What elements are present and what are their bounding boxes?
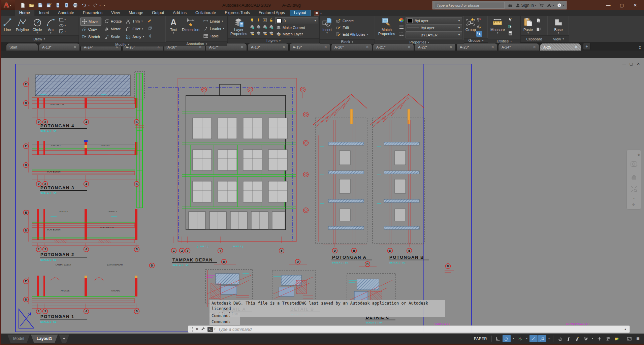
new-drawing-tab-button[interactable]: + [583,43,590,50]
app-menu-button[interactable]: A ▾ [0,0,15,10]
polyline-button[interactable]: Polyline [14,17,30,35]
object-snap-caret[interactable]: ▾ [547,335,551,342]
copy-button[interactable]: Copy [80,26,101,33]
ribbon-tab-annotate[interactable]: Annotate [54,10,78,16]
ribbon-tab-express-tools[interactable]: Express Tools [221,10,254,16]
drawing-close-button[interactable]: ✕ [636,61,641,66]
circle-button[interactable]: Circle▾ [31,17,44,35]
make-current-button[interactable]: Make Current [275,25,306,30]
panel-label-layers[interactable]: Layers▾ [228,38,319,43]
ribbon-tab-insert[interactable]: Insert [35,10,53,16]
linetype-dropdown[interactable]: BYLAYER ▼ [406,31,462,38]
navigation-bar[interactable]: ⊗ ▾ ⊖ [626,150,641,210]
text-button[interactable]: Text▾ [167,17,180,41]
edit-block-button[interactable]: Edit [334,24,369,31]
navbar-caret-icon[interactable]: ▾ [633,197,635,199]
drawing-restore-button[interactable]: ▢ [629,61,634,66]
lineweight-dropdown[interactable]: ByLayer ▼ [406,24,462,31]
file-tab-close-icon[interactable]: ✕ [283,45,285,49]
maximize-button[interactable]: ▢ [616,1,628,9]
ribbon-tab-view[interactable]: View [107,10,124,16]
color-wheel-icon[interactable] [399,18,404,24]
rectangle-button[interactable]: ▾ [59,17,66,23]
file-tab-a-13-[interactable]: A-13*✕ [39,43,80,51]
linetype-list-icon[interactable] [399,32,404,38]
ribbon-tab-featured-apps[interactable]: Featured Apps [255,10,289,16]
save-to-web-mobile-button[interactable] [63,2,70,8]
ribbon-tab-output[interactable]: Output [148,10,168,16]
panel-label-block[interactable]: Block▾ [320,39,375,44]
file-tab-a-23-[interactable]: A-23*✕ [456,43,497,51]
group-selection-toggle[interactable] [476,31,482,37]
tab-overflow-button[interactable]: ▼▼ [639,46,641,50]
ribbon-tab-add-ins[interactable]: Add-ins [169,10,191,16]
customization-button[interactable]: ≡ [634,335,642,342]
layer-lock-icon[interactable] [269,18,274,24]
panel-label-annotation[interactable]: Annotation▾ [166,41,227,46]
isolate-objects-button[interactable] [604,335,612,342]
panel-label-view[interactable]: View▾ [548,35,569,42]
sign-in-button[interactable]: Sign In ▾ [515,3,536,8]
new-file-button[interactable] [20,2,26,8]
save-button[interactable] [37,2,43,8]
file-tab-a-24-[interactable]: A-24*✕ [498,43,539,51]
panel-label-draw[interactable]: Draw▾ [0,35,78,42]
command-input[interactable] [218,326,622,332]
command-options-caret-icon[interactable]: ▾ [214,328,216,331]
file-tab-a-22-[interactable]: A-22*✕ [415,43,456,51]
annotation-autoscale-toggle[interactable] [573,335,581,342]
new-layout-button[interactable]: + [59,335,69,343]
panel-label-groups[interactable]: Groups▾ [464,38,488,42]
polar-tracking-toggle[interactable] [503,335,511,342]
layer-thaw-icon[interactable] [256,18,261,24]
isometric-drafting-toggle[interactable] [516,335,524,342]
selection-cycling-toggle[interactable] [555,335,564,342]
file-tab-close-icon[interactable]: ✕ [533,45,536,49]
lineweight-list-icon[interactable] [399,25,404,31]
object-color-dropdown[interactable]: ByLayer ▼ [406,17,462,24]
layer-on-off-icon[interactable] [250,31,255,37]
command-bar-wrench-icon[interactable] [201,327,205,332]
mirror-button[interactable]: Mirror [103,25,123,33]
scale-button[interactable]: Scale [103,33,123,40]
command-bar-grip[interactable] [190,327,193,332]
leader-button[interactable]: Leader▾ [202,25,226,32]
file-tab-close-icon[interactable]: ✕ [491,45,494,49]
offset-button[interactable] [147,33,153,40]
measure-button[interactable]: Measure▾ [489,17,506,38]
file-tab-start[interactable]: Start [6,43,38,51]
id-point-button[interactable] [508,24,513,31]
file-tab-close-icon[interactable]: ✕ [450,45,452,49]
zoom-extents-icon[interactable] [630,185,638,193]
object-snap-toggle[interactable] [538,335,546,342]
workspace-switching-button[interactable] [582,335,590,342]
layer-match-icon[interactable] [256,31,261,37]
close-button[interactable]: ✕ [629,1,641,9]
explode-button[interactable] [147,26,153,32]
layer-dropdown[interactable]: 0 ▼ [275,17,318,24]
object-snap-tracking-toggle[interactable] [529,335,538,342]
isometric-caret[interactable]: ▾ [525,335,529,342]
create-block-button[interactable]: Create [334,18,369,24]
ortho-toggle[interactable] [494,335,502,342]
plot-button[interactable] [72,2,78,8]
arc-button[interactable]: Arc▾ [44,17,57,35]
minimize-button[interactable]: — [602,1,614,9]
navbar-orbit-icon[interactable]: ⊖ [632,203,635,206]
layer-isolate-icon[interactable] [250,24,255,31]
cut-button[interactable] [536,18,541,25]
file-tab-a-18-[interactable]: A-18*✕ [248,43,289,51]
autodesk-account-button[interactable]: ▾ [547,3,554,8]
table-button[interactable]: Table [202,32,226,40]
layer-properties-button[interactable]: Layer Properties [229,17,249,38]
file-tab-a-25[interactable]: A-25✕ [540,43,581,51]
trim-button[interactable]: Trim▾ [124,18,146,25]
workspace-caret[interactable]: ▾ [590,335,594,342]
steering-wheel-2d-icon[interactable] [630,160,638,168]
move-button[interactable]: Move [80,18,101,26]
save-as-button[interactable] [46,2,52,8]
match-properties-button[interactable]: Match Properties [376,17,397,39]
file-tab-close-icon[interactable]: ✕ [575,45,578,49]
group-edit-button[interactable] [477,24,482,31]
layer-freeze-vp-icon[interactable] [262,18,267,24]
